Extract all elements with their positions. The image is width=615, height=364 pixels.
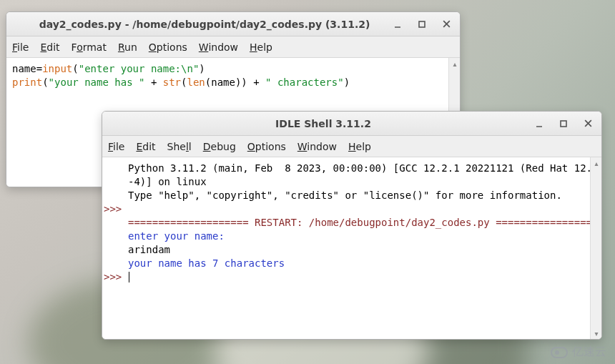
shell-scrollbar[interactable]: ▴ ▾ xyxy=(590,157,601,339)
prompt-symbol: >>> xyxy=(104,271,128,282)
python-banner: -4)] on linux xyxy=(128,176,207,187)
minimize-button[interactable] xyxy=(388,16,407,32)
shell-menu-edit[interactable]: Edit xyxy=(136,141,155,152)
paren: ( xyxy=(72,63,78,74)
builtin-len: len xyxy=(187,77,205,88)
editor-window-controls xyxy=(388,12,456,36)
watermark: 亿速云 xyxy=(551,345,606,360)
shell-menu-shell[interactable]: Shell xyxy=(167,141,192,152)
shell-window: IDLE Shell 3.11.2 FileEditShellDebugOpti… xyxy=(102,111,602,340)
editor-menu-file[interactable]: File xyxy=(12,41,29,53)
watermark-logo-icon xyxy=(551,347,568,358)
maximize-button[interactable] xyxy=(554,116,573,132)
restart-line: ==================== RESTART: /home/debu… xyxy=(128,217,590,228)
shell-menubar: FileEditShellDebugOptionsWindowHelp xyxy=(102,136,601,157)
svg-rect-1 xyxy=(419,21,425,27)
builtin-print: print xyxy=(12,77,42,88)
editor-menu-options[interactable]: Options xyxy=(149,41,187,53)
string-literal: " characters" xyxy=(265,77,344,88)
editor-menu-help[interactable]: Help xyxy=(250,41,272,53)
editor-menu-edit[interactable]: Edit xyxy=(40,41,59,53)
text-cursor xyxy=(129,272,129,282)
program-output: your name has 7 characters xyxy=(128,257,285,269)
program-prompt: enter your name: xyxy=(128,230,225,242)
paren: ( xyxy=(42,77,48,88)
editor-menubar: FileEditFormatRunOptionsWindowHelp xyxy=(6,36,460,58)
builtin-str: str xyxy=(163,77,181,88)
watermark-text: 亿速云 xyxy=(572,345,606,360)
svg-rect-5 xyxy=(561,121,566,127)
scroll-up-icon[interactable]: ▴ xyxy=(591,157,602,169)
shell-titlebar[interactable]: IDLE Shell 3.11.2 xyxy=(102,112,601,136)
shell-title: IDLE Shell 3.11.2 xyxy=(102,118,601,129)
shell-window-controls xyxy=(530,112,597,135)
minimize-button[interactable] xyxy=(530,116,548,132)
shell-body: >>> >>> Python 3.11.2 (main, Feb 8 2023,… xyxy=(102,157,601,339)
operator: + xyxy=(144,77,162,88)
user-entered-text: arindam xyxy=(128,244,170,255)
python-banner: Python 3.11.2 (main, Feb 8 2023, 00:00:0… xyxy=(128,162,590,174)
shell-menu-file[interactable]: File xyxy=(108,141,124,152)
string-literal: "your name has " xyxy=(49,77,145,88)
editor-titlebar[interactable]: day2_codes.py - /home/debugpoint/day2_co… xyxy=(6,12,460,36)
scroll-down-icon[interactable]: ▾ xyxy=(591,328,602,339)
maximize-button[interactable] xyxy=(413,16,431,32)
editor-menu-format[interactable]: Format xyxy=(72,41,107,53)
prompt-gutter: >>> >>> xyxy=(102,157,127,339)
builtin-input: input xyxy=(42,63,72,74)
code-text: (name)) + xyxy=(205,77,265,88)
shell-menu-help[interactable]: Help xyxy=(348,141,371,152)
shell-menu-window[interactable]: Window xyxy=(297,141,337,152)
shell-menu-options[interactable]: Options xyxy=(247,141,286,152)
shell-menu-debug[interactable]: Debug xyxy=(203,141,236,152)
editor-menu-window[interactable]: Window xyxy=(199,41,238,53)
paren: ) xyxy=(344,77,350,88)
paren: ) xyxy=(199,63,205,74)
scroll-up-icon[interactable]: ▴ xyxy=(449,58,461,69)
close-button[interactable] xyxy=(437,16,456,32)
close-button[interactable] xyxy=(579,116,597,132)
editor-menu-run[interactable]: Run xyxy=(118,41,137,53)
shell-output[interactable]: Python 3.11.2 (main, Feb 8 2023, 00:00:0… xyxy=(127,157,590,339)
string-literal: "enter your name:\n" xyxy=(79,63,200,74)
python-banner: Type "help", "copyright", "credits" or "… xyxy=(128,190,562,201)
prompt-symbol: >>> xyxy=(104,203,128,215)
code-text: name= xyxy=(12,63,42,74)
